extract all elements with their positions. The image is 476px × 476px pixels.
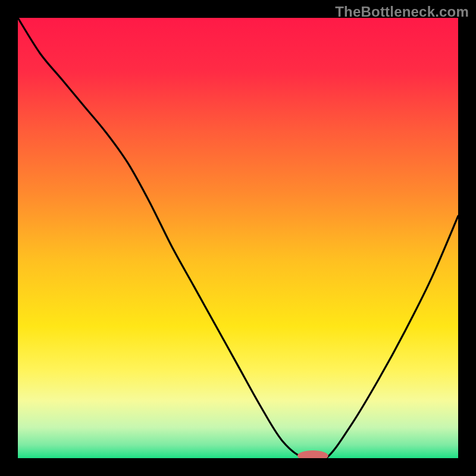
heat-gradient-bg [18, 18, 458, 458]
plot-svg [18, 18, 458, 458]
chart-frame: TheBottleneck.com [0, 0, 476, 476]
plot-area [18, 18, 458, 458]
